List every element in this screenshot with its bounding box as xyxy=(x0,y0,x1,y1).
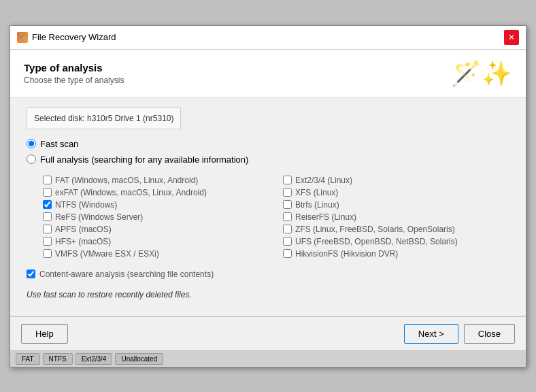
fs-refs[interactable]: ReFS (Windows Server) xyxy=(43,212,269,222)
taskbar-item-unallocated: Unallocated xyxy=(115,353,163,365)
button-bar: Help Next > Close xyxy=(10,316,526,350)
close-dialog-button[interactable]: Close xyxy=(464,324,515,344)
fs-exfat[interactable]: exFAT (Windows, macOS, Linux, Android) xyxy=(43,188,269,197)
dialog-title: File Recovery Wizard xyxy=(32,32,116,42)
app-icon: 🔧 xyxy=(17,32,28,43)
title-bar: 🔧 File Recovery Wizard ✕ xyxy=(10,26,526,50)
fs-zfs[interactable]: ZFS (Linux, FreeBSD, Solaris, OpenSolari… xyxy=(283,225,509,234)
full-analysis-option[interactable]: Full analysis (searching for any availab… xyxy=(27,154,509,165)
fs-ext234[interactable]: Ext2/3/4 (Linux) xyxy=(283,176,509,185)
taskbar-item-ext: Ext2/3/4 xyxy=(76,353,113,365)
wizard-icon: 🪄✨ xyxy=(451,59,512,88)
fast-scan-radio[interactable] xyxy=(27,139,36,148)
fs-btrfs[interactable]: Btrfs (Linux) xyxy=(283,200,509,210)
next-button[interactable]: Next > xyxy=(404,324,458,344)
fs-zfs-checkbox[interactable] xyxy=(283,225,292,233)
header-section: Type of analysis Choose the type of anal… xyxy=(10,50,526,98)
fs-hfsplus[interactable]: HFS+ (macOS) xyxy=(43,237,269,246)
filesystems-left: FAT (Windows, macOS, Linux, Android) exF… xyxy=(43,176,269,259)
fs-apfs[interactable]: APFS (macOS) xyxy=(43,225,269,234)
content-area: Selected disk: h310r5 Drive 1 (nr5310) F… xyxy=(10,98,526,309)
fs-fat[interactable]: FAT (Windows, macOS, Linux, Android) xyxy=(43,176,269,185)
filesystems-right: Ext2/3/4 (Linux) XFS (Linux) Btrfs (Linu… xyxy=(283,176,509,259)
selected-disk-label: Selected disk: h310r5 Drive 1 (nr5310) xyxy=(27,108,181,129)
fs-hikvision[interactable]: HikvisionFS (Hikvision DVR) xyxy=(283,249,509,259)
fs-ntfs[interactable]: NTFS (Windows) xyxy=(43,200,269,210)
full-analysis-radio[interactable] xyxy=(27,154,36,164)
page-title: Type of analysis xyxy=(24,62,124,74)
fs-xfs[interactable]: XFS (Linux) xyxy=(283,188,509,197)
taskbar: FAT NTFS Ext2/3/4 Unallocated xyxy=(10,350,526,367)
fs-vmfs-checkbox[interactable] xyxy=(43,249,52,258)
fs-fat-checkbox[interactable] xyxy=(43,176,52,184)
fs-exfat-checkbox[interactable] xyxy=(43,188,52,197)
fs-hikvision-checkbox[interactable] xyxy=(283,249,292,258)
analysis-type-group: Fast scan Full analysis (searching for a… xyxy=(27,139,509,259)
fs-btrfs-checkbox[interactable] xyxy=(283,200,292,209)
filesystems-section: FAT (Windows, macOS, Linux, Android) exF… xyxy=(43,176,509,259)
content-aware-checkbox[interactable] xyxy=(27,270,35,278)
help-button[interactable]: Help xyxy=(21,324,68,344)
fs-apfs-checkbox[interactable] xyxy=(43,225,52,233)
fs-ext234-checkbox[interactable] xyxy=(283,176,292,184)
content-aware-section: Content-aware analysis (searching file c… xyxy=(27,270,509,279)
taskbar-item-ntfs: NTFS xyxy=(43,353,73,365)
fast-scan-label: Fast scan xyxy=(40,139,78,149)
taskbar-item-fat: FAT xyxy=(16,353,40,365)
fs-vmfs[interactable]: VMFS (VMware ESX / ESXi) xyxy=(43,249,269,259)
fs-hfsplus-checkbox[interactable] xyxy=(43,237,52,246)
close-window-button[interactable]: ✕ xyxy=(504,30,519,45)
full-analysis-label: Full analysis (searching for any availab… xyxy=(40,154,248,165)
fs-ufs-checkbox[interactable] xyxy=(283,237,292,246)
fast-scan-option[interactable]: Fast scan xyxy=(27,139,509,149)
fs-ntfs-checkbox[interactable] xyxy=(43,200,52,209)
fs-xfs-checkbox[interactable] xyxy=(283,188,292,197)
fs-reiserfs[interactable]: ReiserFS (Linux) xyxy=(283,212,509,222)
fs-reiserfs-checkbox[interactable] xyxy=(283,212,292,221)
content-aware-label: Content-aware analysis (searching file c… xyxy=(39,270,214,279)
fs-ufs[interactable]: UFS (FreeBSD, OpenBSD, NetBSD, Solaris) xyxy=(283,237,509,246)
page-subtitle: Choose the type of analysis xyxy=(24,76,124,85)
info-text: Use fast scan to restore recently delete… xyxy=(27,290,509,299)
fs-refs-checkbox[interactable] xyxy=(43,212,52,221)
